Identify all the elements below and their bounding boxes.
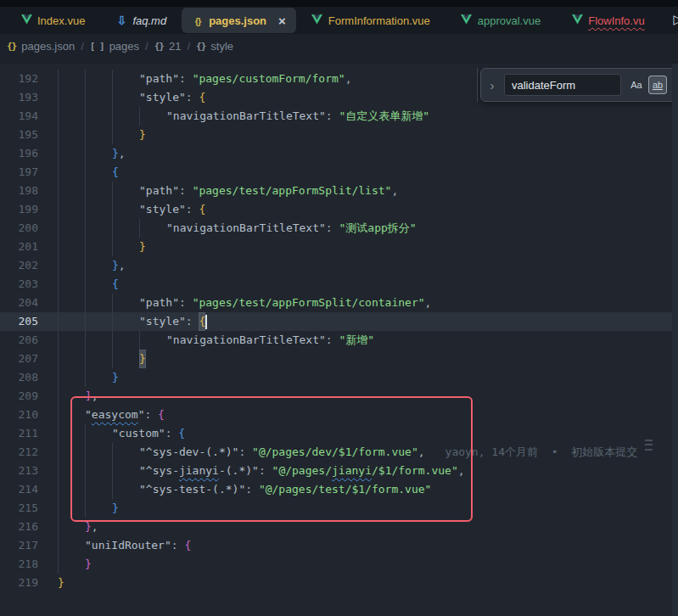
indent-guide [58, 312, 85, 331]
code-line-210[interactable]: 210"easycom": { [0, 406, 678, 424]
code-token: /$1/form.vue" [372, 462, 458, 480]
code-line-218[interactable]: 218} [0, 555, 678, 574]
code-token: , [92, 518, 98, 536]
code-editor[interactable]: 192"path": "pages/customForm/form",193"s… [0, 64, 678, 616]
code-content: "easycom": { [38, 406, 678, 424]
indent-guide [112, 238, 139, 256]
indent-guide [58, 256, 85, 275]
code-token: , [391, 182, 398, 200]
code-content: "^sys-jianyi-(.*)": "@/pages/jianyi/$1/f… [38, 462, 678, 480]
code-line-215[interactable]: 215} [0, 499, 678, 518]
tab-forminformation-vue[interactable]: FormInformation.vue [296, 8, 445, 33]
code-token: : [179, 70, 193, 88]
tab-faq-md[interactable]: ⇩faq.md [100, 8, 182, 33]
code-line-201[interactable]: 201} [0, 238, 678, 256]
code-line-200[interactable]: 200"navigationBarTitleText": "测试app拆分" [0, 219, 678, 238]
line-number: 211 [0, 424, 38, 443]
tab-pages-json[interactable]: {}pages.json× [182, 8, 296, 33]
scrollbar[interactable] [672, 64, 678, 616]
tab-label: approval.vue [478, 14, 541, 27]
code-line-196[interactable]: 196}, [0, 144, 678, 163]
breadcrumb-item-21[interactable]: {}21 [154, 40, 182, 53]
indent-guide [85, 182, 112, 200]
indent-guide [58, 350, 85, 368]
indent-guide [58, 555, 85, 574]
indent-guide [112, 70, 139, 88]
code-line-204[interactable]: 204"path": "pages/test/appFormSplit/cont… [0, 294, 678, 312]
line-number: 214 [0, 480, 38, 499]
tab-flowinfo-vu[interactable]: FlowInfo.vu [556, 8, 659, 33]
array-symbol-icon: [ ] [90, 41, 104, 52]
whole-word-button[interactable]: ab [648, 76, 667, 94]
code-token: { [178, 424, 185, 443]
toggle-replace-icon[interactable]: › [486, 78, 498, 92]
code-line-214[interactable]: 214"^sys-test-(.*)": "@/pages/test/$1/fo… [0, 480, 678, 499]
breadcrumb-item-style[interactable]: {}style [196, 40, 233, 53]
code-token: "custom" [112, 424, 165, 443]
code-line-208[interactable]: 208} [0, 368, 678, 387]
indent-guide [85, 424, 112, 443]
indent-guide [85, 88, 112, 107]
code-token: "^sys-test-(.*)" [139, 480, 245, 499]
code-token: "navigationBarTitleText" [166, 331, 326, 350]
code-content: }, [38, 518, 678, 536]
line-number: 218 [0, 555, 38, 574]
code-token: { [199, 200, 205, 219]
code-line-198[interactable]: 198"path": "pages/test/appFormSplit/list… [0, 182, 678, 200]
code-token: } [139, 238, 146, 256]
tab-index-vue[interactable]: Index.vue [5, 8, 100, 33]
run-file-icon[interactable]: ▷ [673, 12, 678, 27]
code-line-216[interactable]: 216}, [0, 518, 678, 536]
code-line-212[interactable]: 212"^sys-dev-(.*)": "@/pages/dev/$1/form… [0, 443, 678, 462]
code-token: : [165, 424, 179, 443]
code-token: "style" [139, 312, 186, 331]
code-line-205[interactable]: 205"style": { [0, 312, 678, 331]
indent-guide [85, 275, 112, 294]
code-line-209[interactable]: 209], [0, 387, 678, 406]
code-token: { [112, 163, 119, 182]
code-token: " [138, 406, 145, 424]
code-line-213[interactable]: 213"^sys-jianyi-(.*)": "@/pages/jianyi/$… [0, 462, 678, 480]
editor-tab-bar: Index.vue⇩faq.md{}pages.json×FormInforma… [0, 7, 678, 34]
code-token: : [171, 536, 185, 555]
code-token: "navigationBarTitleText" [166, 219, 326, 238]
indent-guide [85, 443, 112, 462]
indent-guide [85, 350, 112, 368]
code-line-206[interactable]: 206"navigationBarTitleText": "新增" [0, 331, 678, 350]
line-number: 207 [0, 350, 38, 368]
breadcrumb-separator: / [81, 40, 84, 53]
indent-guide [58, 462, 85, 480]
code-token: "pages/customForm/form" [193, 70, 345, 88]
breadcrumb-item-pages-json[interactable]: {}pages.json [7, 40, 75, 53]
code-line-219[interactable]: 219} [0, 574, 678, 592]
tab-label: faq.md [132, 14, 166, 27]
code-line-199[interactable]: 199"style": { [0, 200, 678, 219]
object-symbol-icon: {} [154, 41, 164, 52]
overview-mark [645, 444, 653, 445]
code-line-217[interactable]: 217"uniIdRouter": { [0, 536, 678, 555]
code-line-197[interactable]: 197{ [0, 163, 678, 182]
code-line-194[interactable]: 194"navigationBarTitleText": "自定义表单新增" [0, 107, 678, 126]
indent-guide [85, 163, 112, 182]
indent-guide [139, 331, 166, 350]
breadcrumb-item-pages[interactable]: [ ]pages [90, 40, 139, 53]
indent-guide [58, 480, 85, 499]
tab-approval-vue[interactable]: approval.vue [445, 8, 556, 33]
indent-guide [85, 238, 112, 256]
find-widget-sash[interactable] [477, 68, 478, 102]
code-line-203[interactable]: 203{ [0, 275, 678, 294]
code-token: "@/pages/dev/$1/form.vue" [252, 443, 418, 462]
breadcrumb-label: style [210, 40, 233, 53]
close-icon[interactable]: × [278, 14, 286, 27]
overview-mark [645, 449, 653, 451]
code-line-211[interactable]: 211"custom": { [0, 424, 678, 443]
indent-guide [58, 275, 85, 294]
code-line-207[interactable]: 207} [0, 350, 678, 368]
code-token: , [92, 387, 98, 406]
find-input[interactable] [504, 74, 621, 96]
code-line-202[interactable]: 202}, [0, 256, 678, 275]
match-case-button[interactable]: Aa [627, 76, 646, 94]
code-content: } [38, 555, 678, 574]
code-token: "path" [139, 294, 179, 312]
code-line-195[interactable]: 195} [0, 126, 678, 144]
